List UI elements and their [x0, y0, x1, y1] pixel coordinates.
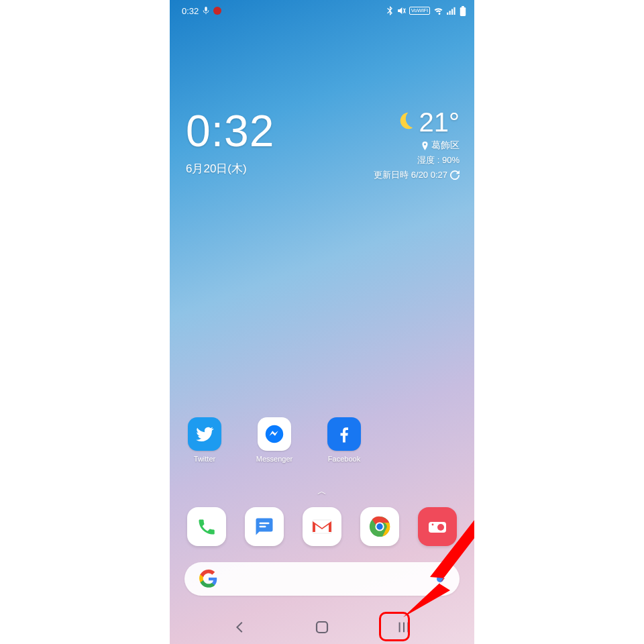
- weather-updated: 更新日時 6/20 0:27: [374, 169, 447, 181]
- app-label: Twitter: [194, 455, 215, 463]
- svg-rect-5: [460, 7, 466, 15]
- location-pin-icon: [421, 142, 429, 150]
- svg-rect-3: [453, 7, 455, 15]
- dock-messages[interactable]: [245, 507, 284, 546]
- google-logo-icon: [199, 570, 218, 588]
- dock-gmail[interactable]: [303, 507, 341, 546]
- home-screen: 0:32 VoWiFi 0:32 6月20日(木) 21° 葛飾区: [170, 0, 474, 644]
- weather-location: 葛飾区: [431, 140, 460, 152]
- app-label: Messenger: [256, 455, 292, 463]
- dock-phone[interactable]: [187, 507, 226, 546]
- battery-icon: [460, 6, 466, 16]
- dock-chrome[interactable]: [360, 507, 399, 546]
- svg-rect-0: [447, 13, 448, 15]
- moon-icon: [395, 111, 414, 130]
- svg-rect-1: [449, 11, 451, 15]
- dock-camera[interactable]: [418, 507, 457, 546]
- app-dot-icon: [213, 7, 221, 15]
- weather-temp: 21°: [419, 109, 460, 136]
- svg-point-14: [437, 524, 444, 531]
- widgets-row: 0:32 6月20日(木) 21° 葛飾区 湿度 : 90% 更新日時 6/20…: [186, 109, 460, 181]
- back-icon: [233, 620, 248, 635]
- mute-icon: [396, 6, 406, 15]
- status-right: VoWiFi: [386, 6, 466, 16]
- signal-icon: [447, 7, 456, 15]
- status-bar: 0:32 VoWiFi: [170, 0, 474, 19]
- app-messenger[interactable]: Messenger: [252, 417, 297, 463]
- svg-rect-9: [313, 520, 331, 533]
- twitter-icon: [188, 417, 221, 451]
- home-icon: [314, 619, 330, 635]
- svg-rect-16: [317, 622, 327, 633]
- status-time: 0:32: [182, 6, 199, 16]
- messages-icon: [254, 517, 274, 537]
- clock-date: 6月20日(木): [186, 161, 274, 176]
- nav-bar: [170, 610, 474, 644]
- clock-time: 0:32: [186, 109, 274, 153]
- clock-widget[interactable]: 0:32 6月20日(木): [186, 109, 274, 176]
- app-twitter[interactable]: Twitter: [182, 417, 227, 463]
- facebook-icon: [327, 417, 361, 451]
- weather-widget[interactable]: 21° 葛飾区 湿度 : 90% 更新日時 6/20 0:27: [374, 109, 460, 181]
- nav-recents[interactable]: [384, 614, 423, 641]
- gmail-icon: [311, 519, 333, 535]
- phone-icon: [197, 517, 217, 537]
- svg-point-12: [376, 523, 382, 529]
- svg-rect-2: [451, 9, 453, 15]
- assistant-dot-icon: [437, 576, 443, 582]
- chrome-icon: [368, 515, 391, 538]
- weather-humidity: 湿度 : 90%: [417, 154, 460, 166]
- drawer-arrow-icon[interactable]: ︿: [170, 486, 474, 498]
- mic-icon: [203, 7, 209, 15]
- bluetooth-icon: [386, 6, 393, 15]
- nav-home[interactable]: [303, 614, 341, 641]
- dock: [170, 507, 474, 546]
- wifi-icon: [433, 7, 443, 15]
- camera-icon: [427, 519, 447, 534]
- svg-rect-7: [260, 523, 270, 525]
- messenger-icon: [258, 417, 291, 451]
- app-row: Twitter Messenger Facebook: [182, 417, 367, 463]
- google-search-bar[interactable]: [184, 562, 460, 596]
- status-left: 0:32: [182, 6, 221, 16]
- svg-rect-4: [462, 6, 464, 7]
- svg-point-15: [432, 524, 434, 526]
- refresh-icon: [450, 170, 460, 180]
- app-label: Facebook: [328, 455, 360, 463]
- recents-icon: [396, 621, 411, 634]
- nav-back[interactable]: [221, 614, 260, 641]
- app-facebook[interactable]: Facebook: [321, 417, 367, 463]
- vowifi-icon: VoWiFi: [409, 7, 430, 15]
- svg-rect-8: [260, 526, 266, 528]
